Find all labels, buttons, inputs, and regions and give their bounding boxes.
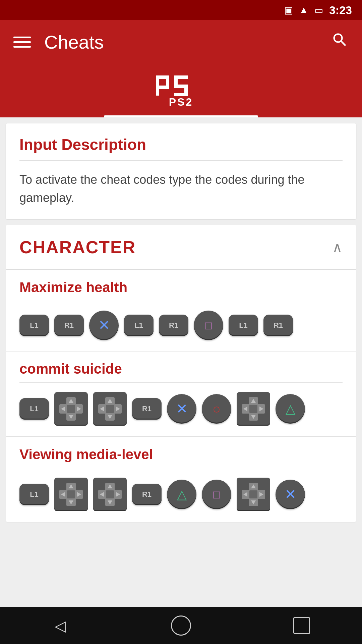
cheat-item-commit-suicide: commit suicide L1: [6, 352, 356, 436]
btn-l1-2: L1: [124, 315, 154, 336]
svg-rect-33: [67, 490, 75, 498]
btn-triangle-vm: △: [167, 480, 196, 509]
svg-rect-3: [166, 75, 169, 89]
btn-r1-3: R1: [263, 315, 293, 336]
status-icons: ▣ ▲ ▭ 3:23: [284, 4, 352, 17]
nav-bar: ◁: [0, 607, 362, 644]
card-header: Input Description: [6, 123, 356, 160]
svg-text:PS2: PS2: [169, 96, 193, 108]
svg-rect-40: [106, 490, 114, 498]
btn-cross-cs: ✕: [167, 394, 196, 424]
card-body: To activate the cheat codes type the cod…: [6, 161, 356, 219]
home-icon: [171, 615, 191, 636]
btn-cross-1: ✕: [89, 311, 119, 340]
home-button[interactable]: [161, 612, 201, 639]
back-button[interactable]: ◁: [40, 612, 80, 639]
btn-r1-vm: R1: [132, 484, 162, 505]
dpad-svg-vm1: [58, 481, 84, 508]
input-description-card: Input Description To activate the cheat …: [6, 123, 356, 219]
search-icon: [331, 31, 349, 49]
btn-r1-cs: R1: [132, 398, 162, 420]
vibrate-icon: ▣: [284, 5, 293, 16]
hamburger-line-2: [13, 41, 31, 43]
dpad-svg-2: [97, 395, 123, 422]
triangle-symbol-vm: △: [177, 488, 187, 501]
cheat-buttons-viewing-media: L1: [6, 468, 356, 522]
recent-icon: [293, 617, 310, 634]
dpad-svg-vm2: [97, 481, 123, 508]
svg-rect-12: [67, 405, 75, 413]
circle-symbol-cs: ○: [213, 402, 221, 416]
svg-rect-47: [249, 490, 257, 498]
cheat-buttons-commit-suicide: L1: [6, 383, 356, 436]
ps2-logo-svg: PS2: [154, 72, 208, 109]
ps2-banner: PS2: [0, 64, 362, 117]
cheat-item-maximize-health: Maximize health L1 R1 ✕ L1 R1 □ L1 R1: [6, 270, 356, 351]
cross-symbol-vm: ✕: [285, 487, 296, 501]
battery-icon: ▭: [314, 5, 323, 16]
btn-square-vm: □: [202, 480, 231, 509]
btn-dpad-vm3: [237, 478, 270, 511]
chevron-up-icon: ∧: [332, 239, 343, 256]
recent-button[interactable]: [282, 612, 322, 639]
svg-rect-26: [249, 405, 257, 413]
character-section-header[interactable]: CHARACTER ∧: [6, 225, 356, 269]
btn-circle-cs: ○: [202, 394, 231, 424]
btn-l1-3: L1: [229, 315, 258, 336]
dpad-svg-1: [58, 395, 84, 422]
btn-dpad-1: [54, 392, 88, 426]
btn-l1-vm: L1: [19, 484, 49, 505]
cheat-title-maximize-health: Maximize health: [19, 279, 343, 296]
ps2-logo: PS2: [154, 72, 208, 109]
cross-symbol: ✕: [98, 318, 110, 332]
btn-cross-vm: ✕: [276, 480, 305, 509]
cross-symbol-cs: ✕: [176, 402, 188, 416]
hamburger-line-1: [13, 37, 31, 38]
back-icon: ◁: [55, 617, 66, 634]
btn-r1-1: R1: [54, 315, 84, 336]
input-description-title: Input Description: [19, 136, 343, 154]
dpad-svg-vm3: [240, 481, 267, 508]
svg-rect-19: [106, 405, 114, 413]
btn-square-1: □: [194, 311, 223, 340]
triangle-symbol-cs: △: [286, 402, 295, 415]
status-time: 3:23: [329, 4, 352, 17]
menu-button[interactable]: [13, 37, 31, 48]
status-bar: ▣ ▲ ▭ 3:23: [0, 0, 362, 20]
btn-r1-2: R1: [159, 315, 188, 336]
btn-triangle-cs: △: [276, 394, 305, 424]
square-symbol: □: [205, 320, 212, 331]
character-section-title: CHARACTER: [19, 237, 136, 257]
app-bar: Cheats: [0, 20, 362, 64]
main-content: Input Description To activate the cheat …: [0, 117, 362, 607]
cheat-title-viewing-media: Viewing media-level: [19, 446, 343, 463]
cheat-title-commit-suicide: commit suicide: [19, 361, 343, 377]
cheat-item-viewing-media: Viewing media-level L1: [6, 437, 356, 522]
search-button[interactable]: [331, 31, 349, 53]
btn-l1-cs: L1: [19, 398, 49, 420]
btn-dpad-3: [237, 392, 270, 426]
cheat-item-header: Maximize health: [6, 270, 356, 301]
btn-dpad-vm1: [54, 478, 88, 511]
cheat-buttons-maximize-health: L1 R1 ✕ L1 R1 □ L1 R1: [6, 301, 356, 351]
hamburger-line-3: [13, 46, 31, 48]
cheat-item-header-3: Viewing media-level: [6, 437, 356, 468]
input-description-body: To activate the cheat codes type the cod…: [19, 171, 343, 207]
app-bar-left: Cheats: [13, 31, 104, 53]
square-symbol-vm: □: [213, 489, 220, 500]
btn-dpad-vm2: [93, 478, 127, 511]
signal-icon: ▲: [299, 5, 308, 15]
btn-l1-1: L1: [19, 315, 49, 336]
app-title: Cheats: [44, 31, 104, 53]
btn-dpad-2: [93, 392, 127, 426]
cheat-item-header-2: commit suicide: [6, 352, 356, 382]
tab-indicator: [104, 115, 258, 117]
dpad-svg-3: [240, 395, 267, 422]
